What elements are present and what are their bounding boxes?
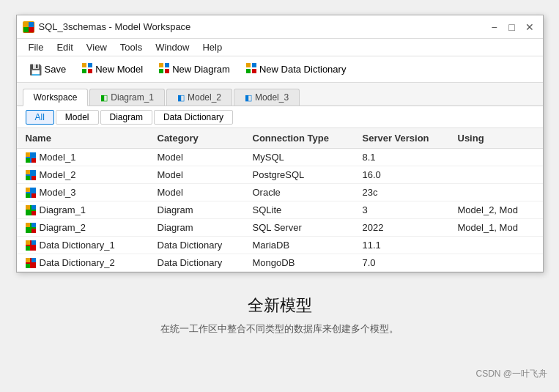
- minimize-button[interactable]: −: [487, 20, 502, 34]
- cell-name: Data Dictionary_1: [26, 240, 158, 251]
- menu-item-tools[interactable]: Tools: [114, 40, 148, 54]
- tab-model3-icon: ◧: [245, 93, 252, 103]
- workspace-table: Name Category Connection Type Server Ver…: [17, 128, 543, 272]
- svg-rect-41: [32, 258, 36, 262]
- svg-rect-6: [82, 69, 86, 73]
- tab-diagram1-icon: ◧: [100, 93, 108, 103]
- svg-rect-7: [88, 69, 92, 73]
- svg-rect-1: [29, 22, 34, 27]
- save-label: Save: [45, 64, 67, 75]
- cell-category: Data Dictionary: [158, 240, 253, 251]
- svg-rect-33: [32, 223, 36, 227]
- svg-rect-22: [26, 176, 30, 180]
- menu-item-file[interactable]: File: [23, 40, 50, 54]
- main-window: SQL_3schemas - Model Workspace − □ ✕ Fil…: [16, 15, 544, 273]
- app-icon: [23, 21, 34, 33]
- menu-item-edit[interactable]: Edit: [51, 40, 78, 54]
- svg-rect-39: [32, 246, 36, 251]
- table-row[interactable]: Diagram_1 Diagram SQLite 3 Model_2, Mod: [17, 201, 543, 219]
- cell-category: Diagram: [158, 204, 253, 215]
- cell-name: Data Dictionary_2: [26, 257, 158, 268]
- svg-rect-30: [26, 211, 30, 215]
- svg-rect-17: [32, 152, 36, 157]
- cell-server-version: 16.0: [363, 169, 458, 180]
- new-diagram-button[interactable]: New Diagram: [152, 60, 237, 78]
- svg-rect-37: [32, 240, 36, 245]
- maximize-button[interactable]: □: [505, 20, 519, 34]
- cell-name: Model_3: [26, 187, 158, 198]
- col-name: Name: [26, 131, 158, 145]
- tab-workspace[interactable]: Workspace: [23, 89, 89, 106]
- svg-rect-24: [26, 188, 30, 192]
- tab-model2[interactable]: ◧ Model_2: [166, 89, 232, 106]
- new-data-dictionary-button[interactable]: New Data Dictionary: [240, 60, 353, 78]
- save-button[interactable]: 💾 Save: [23, 61, 73, 78]
- svg-rect-38: [26, 246, 30, 251]
- new-model-button[interactable]: New Model: [75, 60, 149, 78]
- col-connection-type: Connection Type: [253, 131, 363, 145]
- new-data-dictionary-label: New Data Dictionary: [259, 64, 347, 75]
- table-row[interactable]: Diagram_2 Diagram SQL Server 2022 Model_…: [17, 219, 543, 237]
- table-row[interactable]: Model_3 Model Oracle 23c: [17, 184, 543, 201]
- svg-rect-36: [26, 240, 30, 245]
- svg-rect-19: [32, 158, 36, 163]
- filter-model-button[interactable]: Model: [56, 110, 99, 125]
- cell-category: Model: [158, 152, 253, 163]
- model-row-icon: [26, 188, 36, 198]
- svg-rect-40: [26, 258, 30, 262]
- table-row[interactable]: Model_1 Model MySQL 8.1: [17, 149, 543, 166]
- svg-rect-29: [32, 205, 36, 210]
- table-header: Name Category Connection Type Server Ver…: [17, 128, 543, 149]
- svg-rect-10: [159, 69, 163, 73]
- cell-name: Model_1: [26, 152, 158, 163]
- new-model-icon: [82, 63, 92, 75]
- cell-category: Model: [158, 187, 253, 198]
- svg-rect-28: [26, 205, 30, 210]
- menu-item-window[interactable]: Window: [149, 40, 195, 54]
- svg-rect-27: [32, 193, 36, 198]
- svg-rect-32: [26, 223, 30, 227]
- tab-model2-icon: ◧: [177, 93, 185, 103]
- table-row[interactable]: Data Dictionary_1 Data Dictionary MariaD…: [17, 237, 543, 254]
- menu-bar: FileEditViewToolsWindowHelp: [17, 39, 543, 56]
- new-model-label: New Model: [95, 64, 143, 75]
- menu-item-view[interactable]: View: [81, 40, 113, 54]
- filter-all-button[interactable]: All: [26, 110, 54, 125]
- svg-rect-9: [165, 63, 169, 67]
- cell-server-version: 3: [363, 204, 458, 215]
- title-bar-left: SQL_3schemas - Model Workspace: [23, 21, 191, 33]
- diagram-row-icon: [26, 205, 36, 215]
- menu-item-help[interactable]: Help: [196, 40, 228, 54]
- svg-rect-21: [32, 170, 36, 174]
- filter-diagram-button[interactable]: Diagram: [100, 110, 152, 125]
- filter-data-dictionary-button[interactable]: Data Dictionary: [154, 110, 233, 125]
- tab-model3[interactable]: ◧ Model_3: [234, 89, 300, 106]
- svg-rect-16: [26, 152, 30, 157]
- svg-rect-18: [26, 158, 30, 163]
- col-server-version: Server Version: [363, 131, 458, 145]
- cell-connection-type: Oracle: [253, 187, 363, 198]
- filter-bar: All Model Diagram Data Dictionary: [17, 106, 543, 128]
- svg-rect-3: [29, 27, 34, 32]
- svg-rect-23: [32, 176, 36, 180]
- table-row[interactable]: Data Dictionary_2 Data Dictionary MongoD…: [17, 254, 543, 272]
- table-row[interactable]: Model_2 Model PostgreSQL 16.0: [17, 166, 543, 184]
- cell-name: Diagram_2: [26, 222, 158, 233]
- table-body: Model_1 Model MySQL 8.1 Model_2 Model Po…: [17, 149, 543, 272]
- watermark: CSDN @一叶飞舟: [475, 368, 547, 380]
- svg-rect-20: [26, 170, 30, 174]
- close-button[interactable]: ✕: [522, 20, 537, 34]
- cell-connection-type: SQL Server: [253, 222, 363, 233]
- tab-diagram1[interactable]: ◧ Diagram_1: [89, 89, 165, 106]
- model-row-icon: [26, 170, 36, 180]
- diagram-row-icon: [26, 223, 36, 233]
- cell-connection-type: PostgreSQL: [253, 169, 363, 180]
- svg-rect-43: [32, 264, 36, 268]
- svg-rect-2: [23, 27, 29, 32]
- cell-name: Diagram_1: [26, 204, 158, 215]
- svg-rect-25: [32, 188, 36, 192]
- svg-rect-13: [252, 63, 256, 67]
- svg-rect-34: [26, 229, 30, 233]
- cell-category: Diagram: [158, 222, 253, 233]
- svg-rect-35: [32, 229, 36, 233]
